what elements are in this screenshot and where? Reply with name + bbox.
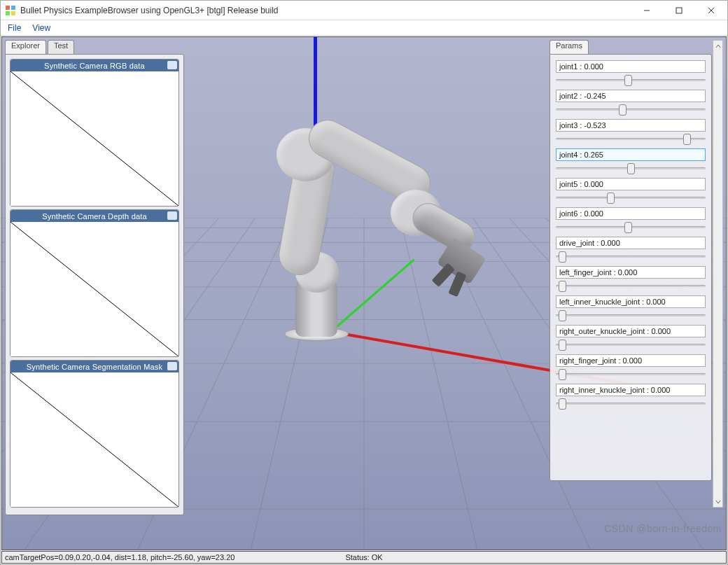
watermark: CSDN @born-in-freedom	[604, 523, 722, 534]
status-camera: camTargetPos=0.09,0.20,-0.04, dist=1.18,…	[2, 553, 234, 561]
slider-thumb[interactable]	[559, 251, 566, 263]
param-label-10: right_finger_joint : 0.000	[556, 354, 706, 367]
param-4: joint5 : 0.000	[556, 178, 706, 204]
param-slider-2[interactable]	[556, 133, 706, 146]
tab-explorer[interactable]: Explorer	[5, 40, 46, 54]
param-label-11: right_inner_knuckle_joint : 0.000	[556, 384, 706, 396]
window-controls	[631, 1, 727, 20]
preview-depth-image	[10, 222, 178, 356]
chevron-up-icon	[715, 43, 721, 49]
slider-thumb[interactable]	[559, 310, 566, 321]
slider-thumb[interactable]	[619, 104, 626, 116]
slider-thumb[interactable]	[559, 281, 566, 292]
preview-depth: Synthetic Camera Depth data	[10, 209, 179, 357]
app-icon	[5, 5, 16, 16]
slider-rail	[556, 197, 706, 199]
svg-line-31	[10, 71, 178, 206]
preview-depth-title: Synthetic Camera Depth data	[42, 212, 147, 221]
param-slider-4[interactable]	[556, 192, 706, 204]
param-label-8: left_inner_knuckle_joint : 0.000	[556, 295, 706, 308]
preview-rgb-image	[10, 71, 178, 206]
param-label-2: joint3 : -0.523	[556, 119, 706, 132]
maximize-icon	[676, 7, 682, 14]
slider-rail	[556, 285, 706, 287]
window-title: Bullet Physics ExampleBrowser using Open…	[20, 6, 631, 15]
gripper-finger-right	[448, 271, 466, 297]
param-label-3: joint4 : 0.265	[556, 148, 706, 161]
param-label-1: joint2 : -0.245	[556, 90, 706, 102]
slider-thumb[interactable]	[627, 163, 635, 174]
explorer-body: Synthetic Camera RGB data Synthetic Came…	[5, 54, 184, 515]
param-slider-8[interactable]	[556, 309, 706, 322]
slider-thumb[interactable]	[624, 222, 632, 233]
slider-thumb[interactable]	[559, 398, 566, 410]
param-label-9: right_outer_knuckle_joint : 0.000	[556, 325, 706, 337]
param-slider-6[interactable]	[556, 251, 706, 263]
preview-segmask-collapse-button[interactable]	[167, 362, 177, 370]
param-label-7: left_finger_joint : 0.000	[556, 266, 706, 279]
param-6: drive_joint : 0.000	[556, 237, 706, 263]
param-label-5: joint6 : 0.000	[556, 207, 706, 220]
preview-segmask: Synthetic Camera Segmentation Mask	[10, 360, 179, 508]
scroll-down-button[interactable]	[713, 496, 722, 507]
preview-depth-collapse-button[interactable]	[167, 211, 177, 220]
param-slider-11[interactable]	[556, 398, 706, 410]
param-9: right_outer_knuckle_joint : 0.000	[556, 325, 706, 351]
param-0: joint1 : 0.000	[556, 60, 706, 87]
param-slider-5[interactable]	[556, 221, 706, 234]
param-11: right_inner_knuckle_joint : 0.000	[556, 384, 706, 410]
slider-rail	[556, 256, 706, 258]
param-slider-0[interactable]	[556, 74, 706, 87]
menu-bar: File View	[1, 20, 727, 36]
minimize-icon	[643, 7, 650, 14]
close-button[interactable]	[695, 1, 727, 20]
slider-rail	[556, 373, 706, 375]
scroll-track[interactable]	[713, 51, 722, 496]
svg-rect-1	[11, 6, 15, 10]
slider-thumb[interactable]	[624, 75, 632, 86]
slider-rail	[556, 314, 706, 316]
param-slider-3[interactable]	[556, 162, 706, 175]
param-3: joint4 : 0.265	[556, 148, 706, 175]
param-1: joint2 : -0.245	[556, 90, 706, 116]
preview-segmask-title: Synthetic Camera Segmentation Mask	[27, 363, 163, 371]
params-panel: Params joint1 : 0.000joint2 : -0.245join…	[550, 40, 712, 481]
param-slider-1[interactable]	[556, 104, 706, 116]
explorer-panel: Explorer Test Synthetic Camera RGB data …	[5, 40, 184, 515]
workspace: Explorer Test Synthetic Camera RGB data …	[1, 36, 727, 550]
slider-thumb[interactable]	[559, 369, 566, 380]
preview-rgb-collapse-button[interactable]	[167, 61, 177, 69]
preview-segmask-image	[10, 372, 178, 507]
menu-file[interactable]: File	[8, 23, 21, 33]
param-slider-7[interactable]	[556, 280, 706, 293]
preview-rgb-title: Synthetic Camera RGB data	[44, 62, 145, 70]
param-slider-10[interactable]	[556, 368, 706, 381]
param-8: left_inner_knuckle_joint : 0.000	[556, 295, 706, 322]
svg-rect-0	[6, 6, 10, 10]
title-bar: Bullet Physics ExampleBrowser using Open…	[1, 1, 727, 20]
param-slider-9[interactable]	[556, 339, 706, 351]
svg-line-32	[10, 222, 178, 356]
vertical-scrollbar[interactable]	[713, 40, 723, 508]
menu-view[interactable]: View	[32, 23, 50, 33]
chevron-down-icon	[715, 499, 721, 505]
param-label-6: drive_joint : 0.000	[556, 237, 706, 249]
slider-thumb[interactable]	[683, 134, 691, 145]
slider-rail	[556, 403, 706, 405]
svg-line-33	[10, 372, 178, 507]
minimize-button[interactable]	[631, 1, 663, 20]
param-7: left_finger_joint : 0.000	[556, 266, 706, 293]
scroll-up-button[interactable]	[713, 41, 722, 51]
params-body: joint1 : 0.000joint2 : -0.245joint3 : -0…	[550, 54, 712, 481]
content-area: Explorer Test Synthetic Camera RGB data …	[1, 36, 727, 564]
tab-test[interactable]: Test	[48, 40, 74, 54]
preview-rgb: Synthetic Camera RGB data	[10, 59, 179, 207]
maximize-button[interactable]	[663, 1, 695, 20]
param-label-0: joint1 : 0.000	[556, 60, 706, 73]
param-5: joint6 : 0.000	[556, 207, 706, 234]
tab-params[interactable]: Params	[550, 40, 589, 54]
param-2: joint3 : -0.523	[556, 119, 706, 146]
param-label-4: joint5 : 0.000	[556, 178, 706, 190]
slider-thumb[interactable]	[559, 340, 566, 351]
slider-thumb[interactable]	[607, 193, 615, 204]
